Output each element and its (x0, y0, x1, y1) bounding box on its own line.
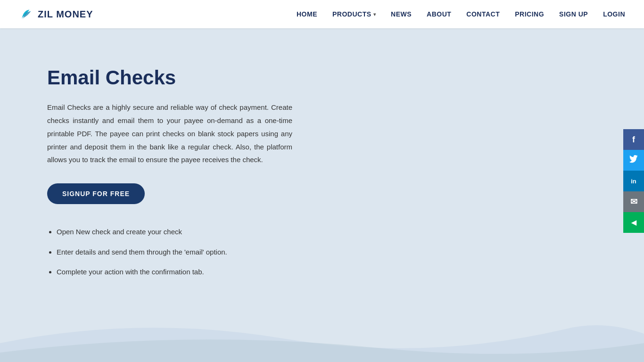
linkedin-icon: in (631, 178, 636, 185)
site-header: ZIL MONEY HOME PRODUCTS ▾ NEWS ABOUT CON… (0, 0, 644, 28)
facebook-icon: f (632, 135, 635, 145)
twitter-share-button[interactable] (623, 150, 644, 171)
main-content: Email Checks Email Checks are a highly s… (0, 28, 644, 315)
main-nav: HOME PRODUCTS ▾ NEWS ABOUT CONTACT PRICI… (297, 10, 625, 18)
nav-pricing[interactable]: PRICING (515, 10, 544, 18)
nav-about[interactable]: ABOUT (427, 10, 451, 18)
email-icon: ✉ (630, 197, 637, 207)
nav-login[interactable]: LOGIN (603, 10, 625, 18)
signup-button[interactable]: SIGNUP FOR FREE (47, 183, 145, 204)
page-title: Email Checks (47, 66, 330, 90)
logo-text: ZIL MONEY (38, 9, 93, 20)
feature-list: Open New check and create your check Ent… (47, 227, 330, 278)
facebook-share-button[interactable]: f (623, 129, 644, 150)
twitter-icon (629, 155, 638, 166)
list-item: Complete your action with the confirmati… (57, 267, 330, 278)
linkedin-share-button[interactable]: in (623, 171, 644, 191)
nav-home[interactable]: HOME (297, 10, 317, 18)
nav-products[interactable]: PRODUCTS ▾ (332, 10, 376, 18)
nav-signup[interactable]: SIGN UP (559, 10, 588, 18)
sharethis-button[interactable]: ◀ (623, 212, 644, 233)
social-sidebar: f in ✉ ◀ (623, 129, 644, 233)
list-item: Open New check and create your check (57, 227, 330, 238)
chevron-down-icon: ▾ (373, 12, 376, 17)
page-description: Email Checks are a highly secure and rel… (47, 101, 292, 166)
nav-contact[interactable]: CONTACT (466, 10, 500, 18)
sharethis-icon: ◀ (631, 219, 636, 226)
email-share-button[interactable]: ✉ (623, 191, 644, 212)
nav-news[interactable]: NEWS (391, 10, 412, 18)
logo[interactable]: ZIL MONEY (19, 7, 93, 22)
list-item: Enter details and send them through the … (57, 247, 330, 258)
